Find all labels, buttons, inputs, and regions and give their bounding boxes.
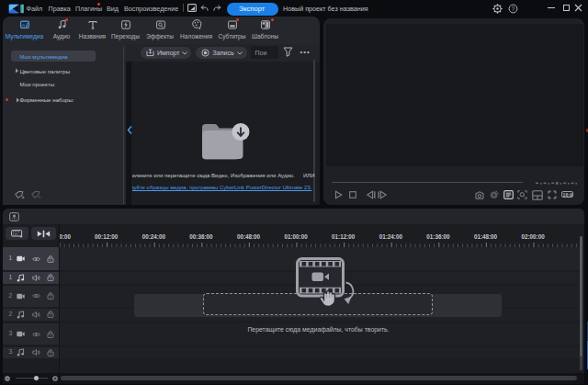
svg-text:?: ?	[512, 5, 515, 11]
